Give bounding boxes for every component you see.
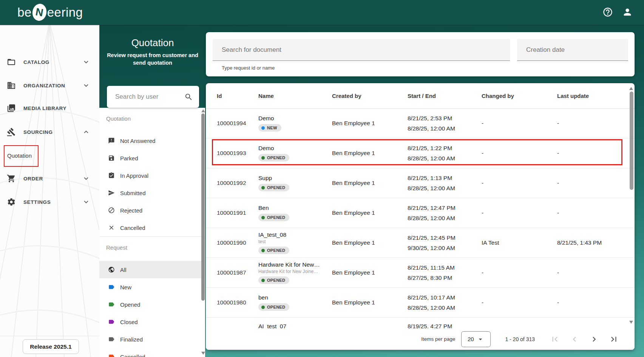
chevron-down-icon[interactable] — [82, 198, 90, 206]
table-header-row: IdNameCreated byStart / EndChanged byLas… — [206, 83, 635, 109]
user-profile-icon[interactable] — [622, 7, 633, 17]
search-for-document-field[interactable] — [213, 39, 510, 61]
items-per-page-label: Items per page — [421, 336, 455, 342]
sidebar-item-catalog[interactable]: CATALOG — [0, 53, 99, 71]
table-row-100001987[interactable]: 100001987Hardware Kit for New…Hardware K… — [206, 258, 635, 288]
table-scroll-up-arrow[interactable] — [629, 87, 633, 90]
sidebar-item-organization[interactable]: ORGANIZATION — [0, 76, 99, 95]
creation-date-field[interactable] — [517, 39, 628, 61]
table-row-100001980[interactable]: 100001980benOPENEDBen Employee 18/21/25,… — [206, 288, 635, 318]
filter-item-cancelled[interactable]: Cancelled — [99, 348, 201, 357]
cell-created-by: Ben Employee 1 — [332, 180, 408, 186]
page-size-select[interactable]: 20 — [461, 331, 491, 347]
cell-created-by: Ben Employee 1 — [332, 150, 408, 157]
label-icon — [108, 318, 115, 325]
document-search-card: Type request id or name — [206, 32, 635, 76]
cell-id: 100001990 — [217, 239, 258, 246]
sidebar-divider — [0, 336, 99, 336]
filter-item-cancelled[interactable]: Cancelled — [99, 219, 201, 236]
cell-changed-by: - — [482, 180, 557, 186]
cell-changed-by: IA Test — [482, 239, 557, 246]
label-icon — [108, 301, 115, 308]
status-badge: OPENED — [258, 303, 289, 311]
cell-created-by: Ben Employee 1 — [332, 120, 408, 127]
label-icon — [108, 336, 115, 343]
cell-start-end: 8/21/25, 1:13 PM8/28/25, 12:00 AM — [408, 175, 482, 192]
table-scroll-down-arrow[interactable] — [629, 321, 633, 324]
chevron-down-icon[interactable] — [82, 58, 90, 66]
status-badge: OPENED — [258, 247, 289, 254]
cell-last-update: - — [557, 269, 635, 276]
sidebar-item-sourcing[interactable]: SOURCING — [0, 123, 99, 141]
help-icon[interactable] — [602, 7, 613, 17]
search-by-user-input[interactable] — [114, 93, 184, 101]
cell-name: Hardware Kit for New…Hardware Kit for Ne… — [258, 261, 332, 284]
column-header-name: Name — [258, 93, 332, 99]
filter-item-rejected[interactable]: Rejected — [99, 202, 201, 219]
table-row-100001993[interactable]: 100001993DemoOPENEDBen Employee 18/21/25… — [206, 138, 635, 168]
sidebar-item-order[interactable]: ORDER — [0, 169, 99, 188]
table-row-100001990[interactable]: 100001990IA_test_08testOPENEDBen Employe… — [206, 228, 635, 258]
filter-item-parked[interactable]: Parked — [99, 149, 201, 167]
gavel-icon — [7, 127, 16, 137]
cell-last-update: - — [557, 180, 635, 186]
top-header-bar: be N eering — [0, 0, 644, 25]
cell-name: BenOPENED — [258, 205, 332, 221]
creation-date-input[interactable] — [517, 39, 628, 61]
sidebar-item-media-library[interactable]: MEDIA LIBRARY — [0, 99, 99, 117]
chevron-up-icon[interactable] — [82, 128, 90, 136]
cell-changed-by — [482, 318, 557, 323]
chevron-down-icon[interactable] — [82, 174, 90, 183]
cell-created-by: Ben Employee 1 — [332, 210, 408, 216]
sidebar-item-settings[interactable]: SETTINGS — [0, 193, 99, 211]
filter-item-submitted[interactable]: Submitted — [99, 184, 201, 202]
dropdown-arrow-icon — [476, 335, 485, 343]
pagination-range-label: 1 - 20 of 313 — [505, 336, 535, 342]
search-for-document-input[interactable] — [213, 39, 510, 61]
filter-item-new[interactable]: New — [99, 278, 201, 296]
filter-item-finalized[interactable]: Finalized — [99, 331, 201, 348]
chevron-down-icon[interactable] — [82, 81, 90, 90]
status-badge: OPENED — [258, 184, 289, 191]
paginator-bar: Items per page 20 1 - 20 of 313 — [206, 328, 635, 350]
label-icon — [108, 353, 115, 357]
list-scroll-up-arrow[interactable] — [201, 109, 205, 112]
table-row-100001992[interactable]: 100001992SuppOPENEDBen Employee 18/21/25… — [206, 168, 635, 198]
cell-id: 100001980 — [217, 299, 258, 306]
search-by-user-field[interactable] — [107, 86, 199, 108]
section-label-quotation: Quotation — [99, 108, 205, 129]
first-page-button[interactable] — [550, 334, 560, 344]
page-title: Quotation — [99, 37, 206, 49]
list-scrollbar-thumb[interactable] — [201, 113, 205, 301]
left-sidebar: CATALOGORGANIZATIONMEDIA LIBRARYSOURCING… — [0, 25, 99, 357]
last-page-button[interactable] — [609, 334, 619, 344]
table-row-100001991[interactable]: 100001991BenOPENEDBen Employee 18/21/25,… — [206, 198, 635, 228]
cell-created-by: Ben Employee 1 — [332, 299, 408, 306]
cell-created-by: Ben Employee 1 — [332, 269, 408, 276]
filter-item-opened[interactable]: Opened — [99, 296, 201, 313]
filter-item-not-answered[interactable]: Not Answered — [99, 132, 201, 149]
search-icon — [184, 93, 193, 101]
status-badge: OPENED — [258, 214, 289, 221]
list-scroll-down-arrow[interactable] — [201, 352, 205, 355]
beneering-logo[interactable]: be N eering — [17, 4, 83, 21]
cell-name: benOPENED — [258, 294, 332, 311]
sidebar-item-quotation[interactable]: Quotation — [0, 146, 99, 165]
cell-start-end: 8/21/25, 1:22 PM8/28/25, 12:00 AM — [408, 145, 482, 162]
next-page-button[interactable] — [589, 334, 599, 344]
previous-page-button[interactable] — [570, 334, 579, 344]
filter-item-in-approval[interactable]: In Approval — [99, 167, 201, 184]
cell-created-by — [332, 318, 408, 323]
column-header-created-by: Created by — [332, 93, 408, 99]
cell-name: DemoOPENED — [258, 145, 332, 161]
cart-icon — [7, 174, 16, 183]
filter-item-all[interactable]: All — [99, 261, 201, 278]
settings-icon — [7, 197, 16, 206]
section-label-request: Request — [99, 237, 205, 258]
app-window: be N eering CATALOGORGANIZATIONMEDIA LIB… — [0, 0, 644, 357]
filter-item-closed[interactable]: Closed — [99, 313, 201, 331]
table-row-100001994[interactable]: 100001994DemoNEWBen Employee 18/21/25, 2… — [206, 109, 635, 138]
domain-icon — [7, 81, 16, 90]
table-scrollbar-thumb[interactable] — [630, 92, 633, 190]
release-version-button[interactable]: Release 2025.1 — [23, 339, 79, 354]
